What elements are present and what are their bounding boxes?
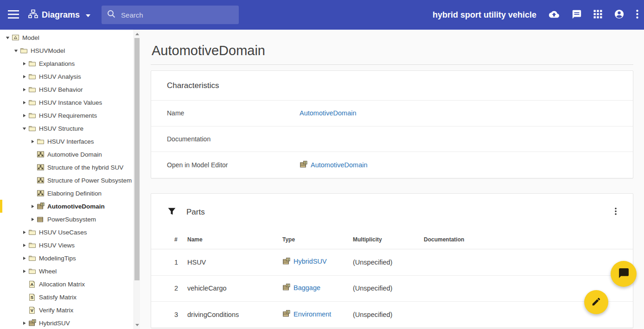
folder-icon (28, 99, 38, 106)
expand-icon[interactable] (20, 321, 28, 325)
title-divider (151, 64, 633, 65)
tree-item-hsuv-views[interactable]: HSUV Views (0, 239, 140, 252)
expand-icon[interactable] (20, 230, 28, 234)
expand-icon[interactable] (20, 75, 28, 79)
characteristics-card: Characteristics NameAutomotiveDomainDocu… (151, 70, 633, 178)
tree-item-verify-matrix[interactable]: VVerify Matrix (0, 304, 140, 316)
tree-item-label: HSUV Interfaces (47, 138, 94, 145)
part-documentation (424, 249, 633, 276)
menu-button[interactable] (6, 8, 20, 22)
part-type-link[interactable]: HybridSUV (293, 258, 327, 265)
tree-scrollbar[interactable] (134, 30, 140, 329)
expand-icon[interactable] (20, 101, 28, 105)
tree-item-label: AutomotiveDomain (47, 203, 105, 210)
tree-item-automotive-domain[interactable]: Automotive Domain (0, 148, 140, 161)
tree-item-label: Allocation Matrix (39, 281, 85, 288)
diagrams-nav-dropdown[interactable]: Diagrams (28, 9, 90, 20)
tree-item-label: Model (22, 34, 39, 41)
svg-text:A: A (31, 282, 34, 287)
tree-item-allocation-matrix[interactable]: AAllocation Matrix (0, 278, 140, 291)
scrollbar-thumb[interactable] (134, 38, 140, 280)
svg-text:E: E (287, 284, 289, 287)
tree-item-structure-of-power-subsystem[interactable]: Structure of Power Subsystem (0, 174, 140, 187)
folder-icon (28, 228, 38, 236)
edit-fab[interactable] (584, 290, 608, 314)
tree-item-model[interactable]: Model (0, 31, 140, 44)
tree-item-automotivedomain[interactable]: DAutomotiveDomain (0, 200, 140, 213)
publish-button[interactable] (548, 9, 560, 21)
tree-item-hsuv-requirements[interactable]: HSUV Requirements (0, 109, 140, 122)
characteristic-value[interactable]: AutomotiveDomain (311, 161, 368, 169)
tree-item-hsuvmodel[interactable]: HSUVModel (0, 44, 140, 57)
svg-text:D: D (304, 161, 306, 164)
collapse-icon[interactable] (12, 49, 20, 53)
tree-item-hsuv-interfaces[interactable]: HSUV Interfaces (0, 135, 140, 148)
expand-icon[interactable] (29, 217, 37, 221)
expand-icon[interactable] (20, 269, 28, 273)
part-multiplicity: (Unspecified) (353, 275, 424, 302)
tree-item-elaboring-definition[interactable]: Elaboring Definition (0, 187, 140, 200)
characteristic-row-name: NameAutomotiveDomain (151, 101, 633, 127)
filter-icon (168, 208, 176, 216)
expand-icon[interactable] (29, 139, 37, 144)
scroll-up-icon[interactable] (134, 31, 140, 37)
block-icon: D (300, 161, 307, 169)
folder-icon (28, 60, 38, 67)
expand-icon[interactable] (29, 204, 37, 209)
tree-item-hsuv-instance-values[interactable]: HSUV Instance Values (0, 96, 140, 109)
expand-icon[interactable] (20, 243, 28, 247)
part-type-link[interactable]: Environment (293, 310, 331, 318)
tree-item-hsuv-behavior[interactable]: HSUV Behavior (0, 83, 140, 96)
search-box[interactable] (102, 6, 239, 24)
part-type-link[interactable]: Baggage (293, 284, 320, 291)
search-input[interactable] (121, 11, 233, 19)
tree-item-modelingtips[interactable]: ModelingTips (0, 252, 140, 265)
expand-icon[interactable] (20, 114, 28, 118)
tree-item-structure-of-the-hybrid-suv[interactable]: Structure of the hybrid SUV (0, 161, 140, 174)
tree-item-hybridsuv[interactable]: SHybridSUV (0, 316, 140, 329)
scroll-down-icon[interactable] (134, 322, 140, 328)
tree-item-label: PowerSubsystem (47, 216, 96, 223)
comments-button[interactable] (572, 9, 582, 21)
table-row: 2vehicleCargoEBaggage(Unspecified) (151, 275, 633, 302)
expand-icon[interactable] (20, 256, 28, 260)
expand-icon[interactable] (20, 88, 28, 92)
account-button[interactable] (614, 9, 625, 21)
comments-icon (572, 9, 582, 21)
search-icon (107, 10, 115, 20)
folder-icon (28, 267, 38, 275)
characteristic-label: Open in Model Editor (167, 161, 300, 169)
tree-item-explanations[interactable]: Explanations (0, 57, 140, 70)
tree-item-hsuv-usecases[interactable]: HSUV UseCases (0, 226, 140, 239)
row-number: 3 (151, 302, 187, 328)
expand-icon[interactable] (20, 62, 28, 66)
parts-menu-button[interactable] (609, 205, 623, 219)
page-title: AutomotiveDomain (152, 43, 633, 58)
more-options-button[interactable] (636, 10, 638, 20)
apps-menu-button[interactable] (593, 10, 602, 20)
folder-icon (28, 86, 38, 93)
tree-item-hsuv-analysis[interactable]: HSUV Analysis (0, 70, 140, 83)
svg-text:E: E (287, 310, 289, 313)
tree-item-wheel[interactable]: Wheel (0, 265, 140, 278)
pencil-icon (591, 297, 601, 308)
folder-icon (28, 73, 38, 80)
tree-item-hsuv-structure[interactable]: HSUV Structure (0, 122, 140, 135)
parts-card: Parts #NameTypeMultiplicityDocumentation… (151, 193, 633, 329)
characteristic-value[interactable]: AutomotiveDomain (300, 109, 357, 117)
comment-fab[interactable] (611, 261, 637, 287)
part-multiplicity: (Unspecified) (353, 249, 424, 276)
tree-item-satisfy-matrix[interactable]: SSatisfy Matrix (0, 291, 140, 304)
characteristics-title: Characteristics (151, 71, 633, 101)
characteristic-label: Documentation (167, 135, 300, 143)
folder-icon (28, 125, 38, 132)
tree-item-label: Automotive Domain (47, 151, 102, 158)
filter-button[interactable] (168, 208, 176, 216)
collapse-icon[interactable] (20, 127, 28, 131)
collapse-icon[interactable] (4, 36, 12, 40)
model-tree: ModelHSUVModelExplanationsHSUV AnalysisH… (0, 30, 140, 329)
matrix-icon: V (28, 306, 38, 314)
tree-item-label: HSUV Instance Values (39, 99, 102, 106)
row-number: 2 (151, 275, 187, 302)
tree-item-powersubsystem[interactable]: PowerSubsystem (0, 213, 140, 226)
